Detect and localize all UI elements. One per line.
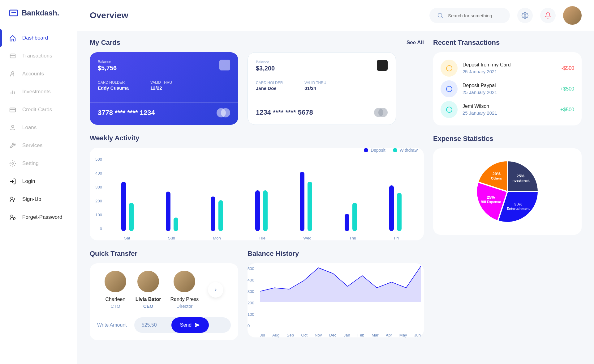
nav-item-credit-cards[interactable]: Credit-Cards — [0, 101, 77, 119]
nav-label: Sign-Up — [22, 196, 41, 202]
chip-icon — [219, 60, 230, 70]
logo[interactable]: Bankdash. — [0, 0, 77, 26]
svg-point-12 — [14, 218, 15, 219]
valid-value: 12/22 — [150, 85, 172, 91]
my-cards-title: My Cards — [90, 39, 120, 47]
send-button[interactable]: Send — [171, 317, 209, 333]
legend-withdraw: Withdraw — [393, 148, 418, 153]
balance-value: $5,756 — [98, 65, 117, 72]
chevron-right-icon — [213, 287, 218, 292]
tx-icon — [441, 80, 458, 97]
recent-tx-title: Recent Transactions — [433, 39, 582, 47]
send-icon — [195, 322, 200, 328]
tx-date: 25 January 2021 — [463, 90, 497, 95]
logo-icon — [9, 10, 18, 16]
contact-item[interactable]: Randy PressDirector — [170, 271, 199, 309]
svg-point-9 — [12, 163, 14, 164]
contact-name: Livia Bator — [136, 297, 161, 302]
weekly-chart: Deposit Withdraw 5004003002001000 SatSun… — [90, 148, 424, 240]
balance-label: Balance — [98, 60, 117, 64]
avatar — [137, 271, 159, 292]
svg-point-11 — [11, 215, 13, 217]
avatar — [105, 271, 126, 292]
cards-row: Balance $5,756 CARD HOLDER Eddy Cusuma V… — [90, 52, 424, 125]
svg-point-2 — [11, 72, 14, 74]
svg-text:25%: 25% — [487, 195, 495, 200]
chip-icon — [377, 60, 388, 71]
mastercard-icon — [217, 108, 230, 117]
balance-history-title: Balance History — [248, 250, 424, 258]
nav-label: Credit-Cards — [22, 107, 52, 113]
notifications-button[interactable] — [540, 8, 556, 23]
services-icon — [9, 142, 16, 149]
mastercard-icon — [374, 108, 388, 117]
svg-text:Investment: Investment — [511, 179, 529, 182]
svg-rect-0 — [10, 54, 15, 58]
search-box[interactable] — [429, 8, 510, 23]
weekly-title: Weekly Activity — [90, 134, 424, 142]
valid-label: VALID THRU — [150, 80, 172, 85]
transaction-item[interactable]: Jemi Wilson25 January 2021+$500 — [441, 101, 574, 118]
balance-value: $3,200 — [256, 65, 275, 72]
nav-item-login[interactable]: Login — [0, 172, 77, 190]
see-all-link[interactable]: See All — [407, 40, 424, 46]
transaction-item[interactable]: Deposit from my Card25 January 2021-$500 — [441, 60, 574, 77]
contact-item[interactable]: CharleenCTO — [105, 271, 126, 309]
expense-title: Expense Statistics — [433, 135, 582, 143]
search-input[interactable] — [448, 13, 502, 18]
login-icon — [9, 178, 16, 185]
nav-item-forget-password[interactable]: Forget-Password — [0, 208, 77, 226]
card-number: 1234 **** **** 5678 — [256, 108, 313, 116]
svg-text:30%: 30% — [514, 202, 522, 206]
nav-item-services[interactable]: Services — [0, 137, 77, 154]
nav-item-sign-up[interactable]: Sign-Up — [0, 190, 77, 208]
nav-label: Forget-Password — [22, 214, 62, 220]
brand-name: Bankdash. — [22, 9, 59, 17]
user-avatar[interactable] — [563, 6, 582, 25]
nav-label: Transactions — [22, 53, 52, 59]
nav-item-dashboard[interactable]: Dashboard — [0, 29, 77, 47]
tx-name: Deposit from my Card — [463, 62, 511, 68]
svg-point-8 — [11, 125, 14, 128]
svg-point-17 — [446, 86, 452, 92]
nav-item-investments[interactable]: Investments — [0, 83, 77, 101]
nav-label: Investments — [22, 89, 51, 95]
contact-role: Director — [170, 303, 199, 309]
main: Overview My Cards See All — [77, 0, 594, 364]
svg-point-16 — [446, 66, 452, 71]
loans-icon — [9, 124, 16, 131]
tx-date: 25 January 2021 — [463, 110, 497, 116]
nav-item-loans[interactable]: Loans — [0, 119, 77, 137]
legend-deposit: Deposit — [364, 148, 385, 153]
nav-item-transactions[interactable]: Transactions — [0, 47, 77, 65]
credit-card-secondary[interactable]: Balance $3,200 CARD HOLDER Jane Doe VALI… — [248, 52, 396, 125]
nav: DashboardTransactionsAccountsInvestments… — [0, 26, 77, 229]
tx-amount: -$500 — [562, 66, 574, 71]
tx-amount: +$500 — [560, 86, 574, 92]
nav-item-accounts[interactable]: Accounts — [0, 65, 77, 83]
credit-card-primary[interactable]: Balance $5,756 CARD HOLDER Eddy Cusuma V… — [90, 52, 238, 125]
settings-button[interactable] — [517, 8, 533, 23]
contacts-list: CharleenCTOLivia BatorCEORandy PressDire… — [97, 271, 231, 309]
holder-label: CARD HOLDER — [256, 81, 283, 85]
contact-role: CEO — [136, 303, 161, 309]
contact-name: Randy Press — [170, 297, 199, 302]
holder-value: Eddy Cusuma — [98, 85, 129, 91]
nav-label: Login — [22, 178, 35, 184]
contact-item[interactable]: Livia BatorCEO — [136, 271, 161, 309]
nav-label: Services — [22, 142, 42, 149]
card-number: 3778 **** **** 1234 — [98, 109, 155, 117]
transaction-item[interactable]: Deposit Paypal25 January 2021+$500 — [441, 80, 574, 97]
svg-point-13 — [438, 13, 442, 17]
valid-value: 01/24 — [304, 86, 326, 91]
expense-pie: 25%Investment30%Entertainment25%Bill Exp… — [433, 148, 582, 235]
page-title: Overview — [90, 11, 128, 20]
header: Overview — [77, 0, 594, 31]
nav-label: Accounts — [22, 71, 44, 77]
forget-password-icon — [9, 214, 16, 221]
nav-item-setting[interactable]: Setting — [0, 154, 77, 172]
amount-input[interactable] — [134, 317, 171, 333]
svg-text:Entertainment: Entertainment — [507, 207, 530, 210]
scroll-right-button[interactable] — [208, 282, 223, 298]
tx-icon — [441, 101, 458, 118]
